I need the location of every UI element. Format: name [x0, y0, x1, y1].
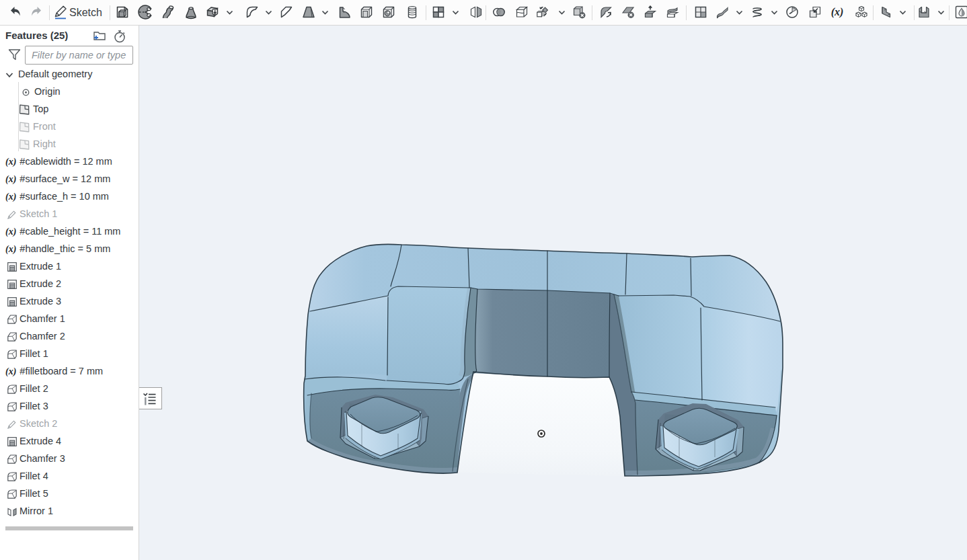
- svg-text:(x): (x): [831, 6, 844, 18]
